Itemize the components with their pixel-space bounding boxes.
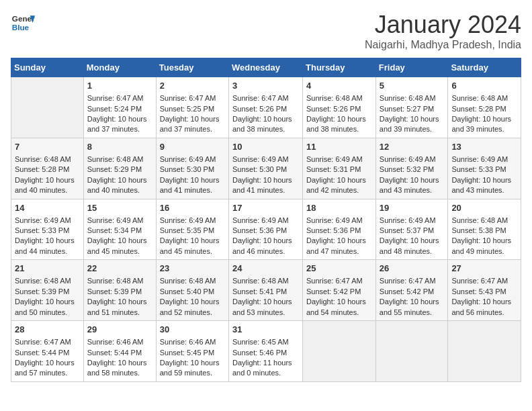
cell-info: Sunrise: 6:48 AMSunset: 5:41 PMDaylight:… — [232, 277, 292, 316]
cell-info: Sunrise: 6:47 AMSunset: 5:43 PMDaylight:… — [451, 277, 511, 316]
cell-info: Sunrise: 6:48 AMSunset: 5:28 PMDaylight:… — [15, 155, 75, 194]
day-number: 17 — [232, 202, 299, 214]
calendar-cell — [303, 321, 376, 382]
calendar-cell: 29Sunrise: 6:46 AMSunset: 5:44 PMDayligh… — [83, 321, 156, 382]
day-number: 12 — [380, 141, 445, 153]
day-number: 16 — [160, 202, 225, 214]
day-number: 14 — [15, 202, 80, 214]
calendar-cell: 14Sunrise: 6:49 AMSunset: 5:33 PMDayligh… — [11, 199, 84, 260]
day-number: 2 — [160, 80, 225, 92]
calendar-body: 1Sunrise: 6:47 AMSunset: 5:24 PMDaylight… — [11, 77, 521, 382]
calendar-cell: 18Sunrise: 6:49 AMSunset: 5:36 PMDayligh… — [303, 199, 376, 260]
day-number: 10 — [232, 141, 299, 153]
column-header-saturday: Saturday — [448, 58, 521, 77]
calendar-cell: 6Sunrise: 6:48 AMSunset: 5:28 PMDaylight… — [448, 77, 521, 138]
cell-info: Sunrise: 6:49 AMSunset: 5:33 PMDaylight:… — [451, 155, 511, 194]
calendar-cell: 20Sunrise: 6:48 AMSunset: 5:38 PMDayligh… — [448, 199, 521, 260]
day-number: 9 — [160, 141, 225, 153]
logo-icon: General Blue — [11, 11, 35, 35]
cell-info: Sunrise: 6:49 AMSunset: 5:32 PMDaylight:… — [380, 155, 439, 194]
cell-info: Sunrise: 6:48 AMSunset: 5:26 PMDaylight:… — [306, 94, 366, 133]
day-number: 11 — [306, 141, 372, 153]
day-number: 30 — [160, 324, 225, 336]
calendar-title: January 2024 — [365, 11, 521, 39]
cell-info: Sunrise: 6:46 AMSunset: 5:45 PMDaylight:… — [160, 338, 220, 377]
week-row-3: 14Sunrise: 6:49 AMSunset: 5:33 PMDayligh… — [11, 199, 521, 260]
logo: General Blue — [11, 11, 35, 35]
calendar-cell: 26Sunrise: 6:47 AMSunset: 5:42 PMDayligh… — [375, 260, 448, 321]
day-number: 15 — [87, 202, 152, 214]
column-header-sunday: Sunday — [11, 58, 84, 77]
calendar-table: SundayMondayTuesdayWednesdayThursdayFrid… — [11, 58, 521, 382]
day-number: 13 — [451, 141, 517, 153]
calendar-cell: 21Sunrise: 6:48 AMSunset: 5:39 PMDayligh… — [11, 260, 84, 321]
calendar-header-row: SundayMondayTuesdayWednesdayThursdayFrid… — [11, 58, 521, 77]
day-number: 29 — [87, 324, 152, 336]
calendar-cell: 10Sunrise: 6:49 AMSunset: 5:30 PMDayligh… — [228, 138, 302, 199]
cell-info: Sunrise: 6:48 AMSunset: 5:28 PMDaylight:… — [451, 94, 511, 133]
cell-info: Sunrise: 6:49 AMSunset: 5:36 PMDaylight:… — [232, 216, 292, 255]
calendar-cell: 16Sunrise: 6:49 AMSunset: 5:35 PMDayligh… — [156, 199, 228, 260]
page-header: General Blue January 2024 Naigarhi, Madh… — [11, 11, 521, 51]
cell-info: Sunrise: 6:49 AMSunset: 5:37 PMDaylight:… — [380, 216, 439, 255]
day-number: 22 — [87, 263, 152, 275]
column-header-tuesday: Tuesday — [156, 58, 228, 77]
week-row-2: 7Sunrise: 6:48 AMSunset: 5:28 PMDaylight… — [11, 138, 521, 199]
day-number: 21 — [15, 263, 80, 275]
cell-info: Sunrise: 6:49 AMSunset: 5:34 PMDaylight:… — [87, 216, 147, 255]
day-number: 27 — [451, 263, 517, 275]
calendar-cell: 5Sunrise: 6:48 AMSunset: 5:27 PMDaylight… — [375, 77, 448, 138]
column-header-wednesday: Wednesday — [228, 58, 302, 77]
day-number: 23 — [160, 263, 225, 275]
calendar-cell — [11, 77, 84, 138]
cell-info: Sunrise: 6:49 AMSunset: 5:30 PMDaylight:… — [232, 155, 292, 194]
cell-info: Sunrise: 6:47 AMSunset: 5:44 PMDaylight:… — [15, 338, 75, 377]
calendar-cell: 3Sunrise: 6:47 AMSunset: 5:26 PMDaylight… — [228, 77, 302, 138]
week-row-1: 1Sunrise: 6:47 AMSunset: 5:24 PMDaylight… — [11, 77, 521, 138]
calendar-cell: 1Sunrise: 6:47 AMSunset: 5:24 PMDaylight… — [83, 77, 156, 138]
cell-info: Sunrise: 6:45 AMSunset: 5:46 PMDaylight:… — [232, 338, 292, 377]
calendar-cell: 2Sunrise: 6:47 AMSunset: 5:25 PMDaylight… — [156, 77, 228, 138]
cell-info: Sunrise: 6:47 AMSunset: 5:42 PMDaylight:… — [306, 277, 366, 316]
cell-info: Sunrise: 6:46 AMSunset: 5:44 PMDaylight:… — [87, 338, 147, 377]
calendar-cell — [375, 321, 448, 382]
calendar-cell: 30Sunrise: 6:46 AMSunset: 5:45 PMDayligh… — [156, 321, 228, 382]
day-number: 4 — [306, 80, 372, 92]
svg-text:Blue: Blue — [12, 23, 30, 32]
day-number: 18 — [306, 202, 372, 214]
day-number: 24 — [232, 263, 299, 275]
title-block: January 2024 Naigarhi, Madhya Pradesh, I… — [365, 11, 521, 51]
column-header-monday: Monday — [83, 58, 156, 77]
cell-info: Sunrise: 6:48 AMSunset: 5:39 PMDaylight:… — [87, 277, 147, 316]
calendar-cell: 27Sunrise: 6:47 AMSunset: 5:43 PMDayligh… — [448, 260, 521, 321]
calendar-cell: 12Sunrise: 6:49 AMSunset: 5:32 PMDayligh… — [375, 138, 448, 199]
cell-info: Sunrise: 6:49 AMSunset: 5:35 PMDaylight:… — [160, 216, 220, 255]
week-row-5: 28Sunrise: 6:47 AMSunset: 5:44 PMDayligh… — [11, 321, 521, 382]
calendar-cell: 24Sunrise: 6:48 AMSunset: 5:41 PMDayligh… — [228, 260, 302, 321]
calendar-cell — [448, 321, 521, 382]
calendar-cell: 15Sunrise: 6:49 AMSunset: 5:34 PMDayligh… — [83, 199, 156, 260]
day-number: 20 — [451, 202, 517, 214]
cell-info: Sunrise: 6:49 AMSunset: 5:31 PMDaylight:… — [306, 155, 366, 194]
day-number: 25 — [306, 263, 372, 275]
calendar-subtitle: Naigarhi, Madhya Pradesh, India — [365, 39, 521, 51]
day-number: 7 — [15, 141, 80, 153]
day-number: 31 — [232, 324, 299, 336]
column-header-thursday: Thursday — [303, 58, 376, 77]
calendar-cell: 22Sunrise: 6:48 AMSunset: 5:39 PMDayligh… — [83, 260, 156, 321]
day-number: 26 — [380, 263, 445, 275]
cell-info: Sunrise: 6:48 AMSunset: 5:40 PMDaylight:… — [160, 277, 220, 316]
cell-info: Sunrise: 6:49 AMSunset: 5:33 PMDaylight:… — [15, 216, 75, 255]
day-number: 1 — [87, 80, 152, 92]
calendar-cell: 23Sunrise: 6:48 AMSunset: 5:40 PMDayligh… — [156, 260, 228, 321]
day-number: 3 — [232, 80, 299, 92]
calendar-cell: 4Sunrise: 6:48 AMSunset: 5:26 PMDaylight… — [303, 77, 376, 138]
day-number: 19 — [380, 202, 445, 214]
cell-info: Sunrise: 6:49 AMSunset: 5:36 PMDaylight:… — [306, 216, 366, 255]
day-number: 6 — [451, 80, 517, 92]
cell-info: Sunrise: 6:47 AMSunset: 5:42 PMDaylight:… — [380, 277, 439, 316]
day-number: 5 — [380, 80, 445, 92]
calendar-cell: 17Sunrise: 6:49 AMSunset: 5:36 PMDayligh… — [228, 199, 302, 260]
cell-info: Sunrise: 6:47 AMSunset: 5:24 PMDaylight:… — [87, 94, 147, 133]
cell-info: Sunrise: 6:48 AMSunset: 5:38 PMDaylight:… — [451, 216, 511, 255]
